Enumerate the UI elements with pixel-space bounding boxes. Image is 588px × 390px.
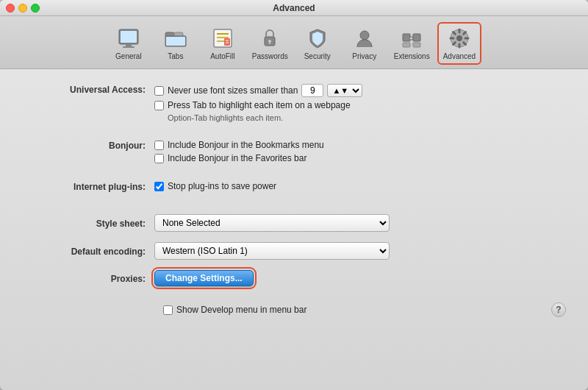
develop-menu-label: Show Develop menu in menu bar <box>176 305 306 315</box>
default-encoding-select[interactable]: Western (ISO Latin 1) Unicode (UTF-8) <box>154 242 390 260</box>
advanced-icon <box>448 26 471 50</box>
toolbar-item-advanced[interactable]: Advanced <box>437 22 481 65</box>
toolbar-item-passwords[interactable]: Passwords <box>248 24 293 63</box>
default-encoding-label: Default encoding: <box>22 246 154 257</box>
press-tab-row: Press Tab to highlight each item on a we… <box>154 100 362 110</box>
svg-rect-1 <box>121 31 137 43</box>
develop-menu-row: Show Develop menu in menu bar <box>163 305 306 315</box>
develop-menu-checkbox[interactable] <box>163 305 173 315</box>
style-sheet-row: Style sheet: None Selected <box>22 214 566 232</box>
svg-point-24 <box>456 35 462 41</box>
svg-rect-21 <box>403 43 410 47</box>
toolbar-item-general[interactable]: General <box>107 24 151 63</box>
autofill-label: AutoFill <box>210 52 234 60</box>
privacy-label: Privacy <box>352 52 376 60</box>
proxies-row: Proxies: Change Settings... <box>22 270 566 286</box>
svg-rect-20 <box>413 34 420 41</box>
svg-point-18 <box>360 31 369 40</box>
never-font-row: Never use font sizes smaller than ▲▼ <box>154 84 362 97</box>
toolbar: General Tabs <box>0 16 588 69</box>
hint-text: Option-Tab highlights each item. <box>154 113 362 122</box>
press-tab-label: Press Tab to highlight each item on a we… <box>168 100 351 110</box>
window-controls <box>6 4 40 13</box>
minimize-button[interactable] <box>18 4 27 13</box>
internet-plugins-row: Internet plug-ins: Stop plug-ins to save… <box>22 181 566 192</box>
svg-rect-7 <box>166 37 185 46</box>
tabs-label: Tabs <box>168 52 183 60</box>
bonjour-favorites-row: Include Bonjour in the Favorites bar <box>154 153 324 163</box>
general-icon <box>117 26 140 50</box>
extensions-label: Extensions <box>394 52 430 60</box>
tabs-icon <box>164 26 187 50</box>
press-tab-checkbox[interactable] <box>154 101 164 110</box>
bonjour-bookmarks-checkbox[interactable] <box>154 141 164 150</box>
maximize-button[interactable] <box>31 4 40 13</box>
svg-rect-3 <box>123 46 135 48</box>
general-label: General <box>115 52 142 60</box>
internet-plugins-controls: Stop plug-ins to save power <box>154 181 276 191</box>
bonjour-favorites-checkbox[interactable] <box>154 154 164 163</box>
extensions-icon <box>400 26 423 50</box>
svg-rect-22 <box>413 43 420 47</box>
footer-row: Show Develop menu in menu bar ? <box>22 302 566 317</box>
svg-line-29 <box>453 32 455 35</box>
svg-point-16 <box>268 40 271 43</box>
bonjour-label: Bonjour: <box>22 140 154 151</box>
passwords-icon <box>258 26 282 50</box>
svg-line-32 <box>453 43 455 45</box>
svg-rect-2 <box>126 44 132 46</box>
bonjour-bookmarks-label: Include Bonjour in the Bookmarks menu <box>168 140 324 150</box>
toolbar-item-privacy[interactable]: Privacy <box>343 24 387 63</box>
privacy-icon <box>353 26 376 50</box>
toolbar-item-security[interactable]: Security <box>295 24 340 63</box>
stop-plugins-label: Stop plug-ins to save power <box>168 181 276 191</box>
bonjour-row: Bonjour: Include Bonjour in the Bookmark… <box>22 140 566 163</box>
universal-access-row: Universal Access: Never use font sizes s… <box>22 84 566 122</box>
universal-access-label: Universal Access: <box>22 84 154 95</box>
close-button[interactable] <box>6 4 15 13</box>
preferences-window: Advanced General <box>0 0 588 390</box>
style-sheet-select[interactable]: None Selected <box>154 214 390 232</box>
internet-plugins-label: Internet plug-ins: <box>22 181 154 192</box>
universal-access-controls: Never use font sizes smaller than ▲▼ Pre… <box>154 84 362 122</box>
security-label: Security <box>304 52 331 60</box>
proxies-label: Proxies: <box>22 273 154 284</box>
passwords-label: Passwords <box>252 52 288 60</box>
style-sheet-label: Style sheet: <box>22 218 154 229</box>
toolbar-item-autofill[interactable]: AutoFill <box>201 24 245 63</box>
change-settings-button[interactable]: Change Settings... <box>154 270 254 286</box>
svg-rect-19 <box>403 34 410 41</box>
autofill-icon <box>211 26 234 50</box>
bonjour-favorites-label: Include Bonjour in the Favorites bar <box>168 153 306 163</box>
svg-line-30 <box>464 43 466 45</box>
toolbar-item-extensions[interactable]: Extensions <box>390 24 434 63</box>
bonjour-controls: Include Bonjour in the Bookmarks menu In… <box>154 140 324 163</box>
help-button[interactable]: ? <box>551 302 566 317</box>
advanced-label: Advanced <box>443 52 476 60</box>
default-encoding-row: Default encoding: Western (ISO Latin 1) … <box>22 242 566 260</box>
never-font-checkbox[interactable] <box>154 86 164 96</box>
svg-line-31 <box>464 32 466 35</box>
font-size-stepper[interactable]: ▲▼ <box>327 84 362 97</box>
stop-plugins-row: Stop plug-ins to save power <box>154 181 276 191</box>
toolbar-item-tabs[interactable]: Tabs <box>154 24 198 63</box>
stop-plugins-checkbox[interactable] <box>154 182 164 191</box>
security-icon <box>306 26 329 50</box>
font-size-input[interactable] <box>301 84 323 97</box>
svg-rect-12 <box>224 38 230 46</box>
bonjour-bookmarks-row: Include Bonjour in the Bookmarks menu <box>154 140 324 150</box>
window-title: Advanced <box>273 3 315 13</box>
never-font-label: Never use font sizes smaller than <box>168 85 298 96</box>
content-area: Universal Access: Never use font sizes s… <box>0 69 588 390</box>
title-bar: Advanced <box>0 0 588 16</box>
